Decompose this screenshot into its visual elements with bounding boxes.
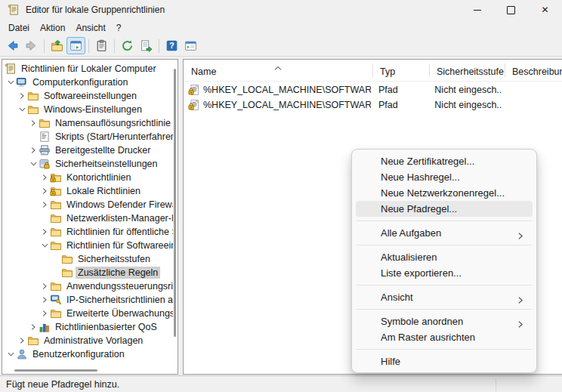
tree-chevron-empty [39,214,50,223]
tree-chevron-right-icon[interactable] [17,91,27,100]
tree-item[interactable]: Lokale Richtlinien [2,184,173,198]
tree-item-label: Erweiterte Überwachungsrichtlinienkonfig… [64,307,173,319]
export-list-icon [140,39,153,52]
tree-chevron-down-icon[interactable] [39,241,50,250]
tree-item[interactable]: Computerkonfiguration [2,76,173,89]
list-cell-name: %HKEY_LOCAL_MACHINE\SOFTWARE\... [184,84,371,96]
tree-chevron-down-icon[interactable] [28,159,39,168]
column-header-typ[interactable]: Typ [372,60,429,81]
close-button[interactable]: ✕ [528,0,562,20]
tree-chevron-right-icon[interactable] [39,282,50,291]
context-menu-item[interactable]: Alle Aufgaben [356,225,533,241]
tree-item[interactable]: Zusätzliche Regeln [2,266,173,279]
tree-item[interactable]: Skripts (Start/Herunterfahren) [2,130,173,144]
tree-item[interactable]: Richtlinienbasierter QoS [2,320,173,334]
tree-item-label: Richtlinien für öffentliche Schlüssel [64,226,173,238]
folder-icon [61,253,73,265]
context-menu-item[interactable]: Hilfe [356,353,533,369]
tree-item[interactable]: Windows Defender Firewall [2,198,173,211]
tree-chevron-right-icon[interactable] [28,146,39,155]
context-menu-separator [357,221,532,221]
maximize-icon [507,6,515,14]
tree-item[interactable]: Sicherheitsstufen [2,252,173,266]
properties-button[interactable] [92,37,111,54]
tree-item[interactable]: Windows-Einstellungen [2,103,173,116]
toolbar-separator [159,39,159,53]
tree-chevron-right-icon[interactable] [39,187,50,196]
context-menu-item[interactable]: Neue Netzwerkzonenregel... [356,185,533,201]
tree-chevron-down-icon[interactable] [5,78,16,87]
minimize-icon [474,10,481,11]
context-menu-item[interactable]: Ansicht [356,289,533,305]
export-list-button[interactable] [137,37,156,54]
tree-item[interactable]: Namensauflösungsrichtlinie [2,116,173,130]
tree-chevron-right-icon[interactable] [39,200,50,209]
tree-chevron-right-icon[interactable] [28,119,39,128]
menubar: DateiAktionAnsicht? [0,20,562,35]
console-tree: Richtlinien für Lokaler ComputerComputer… [2,62,173,361]
tree-horizontal-scrollbar[interactable] [14,369,97,372]
tree-item[interactable]: Erweiterte Überwachungsrichtlinienkonfig… [2,307,173,320]
tree-item-label: Softwareeinstellungen [42,90,139,102]
maximize-button[interactable] [494,0,528,20]
tree-chevron-right-icon[interactable] [39,227,50,236]
tree-chevron-right-icon[interactable] [39,173,50,182]
tree-item[interactable]: Richtlinien für Softwareeinschränkung [2,239,173,252]
context-menu-item[interactable]: Symbole anordnen [356,313,533,329]
tree-item[interactable]: Anwendungssteuerungsrichtlinien [2,279,173,293]
context-menu-item[interactable]: Neue Zertifikatregel... [356,153,533,169]
column-header-beschreibung[interactable]: Beschreibung [505,60,562,81]
help-button[interactable]: ? [162,37,181,54]
tree-chevron-right-icon[interactable] [17,336,27,345]
up-one-level-button[interactable] [48,37,66,54]
forward-button[interactable] [22,37,41,54]
column-header-sicherheitsstufe[interactable]: Sicherheitsstufe [429,60,505,81]
list-row[interactable]: %HKEY_LOCAL_MACHINE\SOFTWARE\...PfadNich… [184,97,562,113]
tree-item[interactable]: Richtlinien für Lokaler Computer [2,62,173,76]
menu-ansicht[interactable]: Ansicht [70,21,110,35]
folder-icon [50,212,62,224]
console-tree-icon [69,39,82,52]
new-window-button[interactable] [181,37,200,54]
close-icon: ✕ [541,5,548,14]
tree-item[interactable]: Netzwerklisten-Manager-Richtlinien [2,211,173,225]
list-cell-sicherheitsstufe: Nicht eingesch... [427,85,502,95]
sort-ascending-icon [273,60,283,74]
list-cell-typ: Pfad [371,100,427,110]
menu-datei[interactable]: Datei [3,21,35,35]
tree-item[interactable]: Bereitgestellte Drucker [2,144,173,157]
context-menu-item[interactable]: Aktualisieren [356,249,533,265]
tree-vertical-scrollbar[interactable] [174,69,176,337]
tree-item[interactable]: Benutzerkonfiguration [2,347,173,361]
tree-chevron-down-icon[interactable] [17,105,27,114]
svg-text:?: ? [169,41,174,50]
context-menu-item[interactable]: Neue Pfadregel... [356,201,533,217]
context-menu-item[interactable]: Am Raster ausrichten [356,329,533,345]
menu-help[interactable]: ? [111,21,127,35]
list-row[interactable]: %HKEY_LOCAL_MACHINE\SOFTWARE\...PfadNich… [184,82,562,97]
context-menu-item[interactable]: Liste exportieren... [356,265,533,281]
tree-item[interactable]: Softwareeinstellungen [2,89,173,103]
tree-item-label: Richtlinienbasierter QoS [53,321,159,333]
show-console-tree-button[interactable] [66,37,85,54]
tree-item-label: Bereitgestellte Drucker [53,144,153,156]
folder-icon [50,239,62,252]
tree-item[interactable]: Administrative Vorlagen [2,334,173,347]
folder-icon [50,226,62,238]
tree-item[interactable]: IP-Sicherheitsrichtlinien auf "Lokaler C… [2,293,173,307]
tree-item[interactable]: Richtlinien für öffentliche Schlüssel [2,225,173,239]
folder-icon [39,117,51,129]
minimize-button[interactable] [460,0,494,20]
tree-chevron-right-icon[interactable] [39,295,50,304]
context-menu-item[interactable]: Neue Hashregel... [356,169,533,185]
submenu-arrow-icon [517,293,523,309]
menu-aktion[interactable]: Aktion [35,21,70,35]
tree-chevron-right-icon[interactable] [28,323,39,332]
tree-item[interactable]: Kontorichtlinien [2,171,173,184]
tree-chevron-down-icon[interactable] [5,350,16,359]
context-menu-separator [357,285,532,286]
back-button[interactable] [3,37,22,54]
refresh-button[interactable] [118,37,137,54]
tree-item[interactable]: Sicherheitseinstellungen [2,157,173,171]
tree-chevron-right-icon[interactable] [39,309,50,318]
